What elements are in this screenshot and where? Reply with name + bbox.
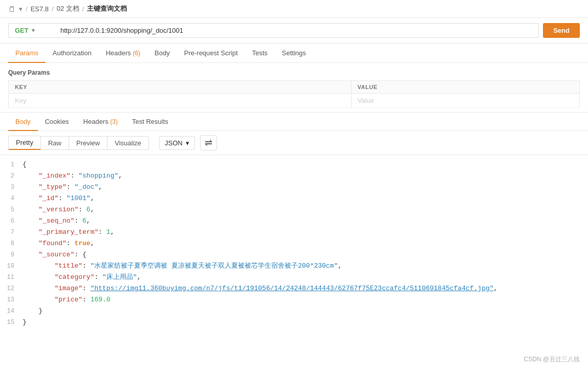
- res-tab-test-results[interactable]: Test Results: [125, 113, 176, 131]
- res-headers-badge: (3): [110, 118, 118, 125]
- method-chevron-icon: ▾: [32, 27, 35, 34]
- tab-authorization[interactable]: Authorization: [46, 44, 99, 63]
- request-tabs: Params Authorization Headers (6) Body Pr…: [0, 43, 588, 63]
- tab-tests[interactable]: Tests: [245, 44, 275, 63]
- res-tab-body[interactable]: Body: [8, 113, 38, 131]
- wrap-icon[interactable]: ⇌: [200, 135, 217, 150]
- format-chevron-icon: ▾: [186, 139, 189, 147]
- breadcrumb-sep2: /: [52, 5, 54, 13]
- method-label: GET: [15, 27, 29, 34]
- params-table: KEY VALUE Key Value: [8, 80, 580, 108]
- code-line-2: 2 "_index": "shopping",: [0, 170, 588, 182]
- query-params-section: Query Params KEY VALUE Key Value: [0, 63, 588, 108]
- tab-body[interactable]: Body: [147, 44, 177, 63]
- code-line-5: 5 "_version": 6,: [0, 204, 588, 215]
- send-button[interactable]: Send: [543, 23, 580, 38]
- code-line-3: 3 "_type": "_doc",: [0, 182, 588, 193]
- tab-params[interactable]: Params: [8, 44, 46, 63]
- tab-settings[interactable]: Settings: [275, 44, 313, 63]
- key-column-header: KEY: [9, 81, 352, 94]
- code-line-9: 9 "_source": {: [0, 249, 588, 260]
- format-label: JSON: [165, 139, 183, 147]
- preview-button[interactable]: Preview: [69, 136, 107, 150]
- value-column-header: VALUE: [351, 81, 579, 94]
- format-select[interactable]: JSON ▾: [159, 136, 195, 150]
- breadcrumb-bar: 🗒 ▾ / ES7.8 / 02 文档 / 主键查询文档: [0, 0, 588, 18]
- headers-badge: (6): [133, 50, 140, 57]
- code-line-8: 8 "found": true,: [0, 238, 588, 249]
- code-line-10: 10 "title": "水星家纺被子夏季空调被 夏凉被夏天被子双人夏被被芯学生…: [0, 260, 588, 272]
- value-input-placeholder[interactable]: Value: [351, 94, 579, 108]
- dropdown-arrow-icon[interactable]: ▾: [19, 5, 23, 13]
- breadcrumb-es: ES7.8: [31, 5, 49, 13]
- raw-button[interactable]: Raw: [40, 136, 69, 150]
- response-tabs: Body Cookies Headers (3) Test Results: [0, 112, 588, 131]
- key-input-placeholder[interactable]: Key: [9, 94, 352, 108]
- folder-icon: 🗒: [8, 5, 16, 13]
- body-toolbar: Pretty Raw Preview Visualize JSON ▾ ⇌: [0, 131, 588, 155]
- code-line-11: 11 "category": "床上用品",: [0, 272, 588, 283]
- breadcrumb-docs: 02 文档: [57, 4, 79, 13]
- code-line-15: 15 }: [0, 317, 588, 328]
- code-line-13: 13 "price": 169.0: [0, 294, 588, 306]
- method-select[interactable]: GET ▾: [8, 23, 54, 38]
- code-line-12: 12 "image": "https://img11.360buyimg.com…: [0, 283, 588, 294]
- code-line-14: 14 }: [0, 306, 588, 317]
- res-tab-headers[interactable]: Headers (3): [76, 113, 125, 131]
- url-input[interactable]: [54, 23, 539, 38]
- url-bar: GET ▾ Send: [0, 18, 588, 43]
- code-line-4: 4 "_id": "1001",: [0, 193, 588, 204]
- breadcrumb-separator: /: [26, 5, 28, 13]
- params-row-empty: Key Value: [9, 94, 580, 108]
- tab-headers[interactable]: Headers (6): [99, 44, 147, 63]
- breadcrumb-current: 主键查询文档: [87, 4, 127, 13]
- code-line-1: 1 {: [0, 159, 588, 170]
- tab-pre-request[interactable]: Pre-request Script: [177, 44, 245, 63]
- visualize-button[interactable]: Visualize: [107, 136, 149, 150]
- code-line-6: 6 "_seq_no": 6,: [0, 215, 588, 227]
- query-params-title: Query Params: [8, 69, 580, 76]
- response-body: 1 { 2 "_index": "shopping", 3 "_type": "…: [0, 155, 588, 332]
- breadcrumb-sep3: /: [82, 5, 84, 13]
- code-line-7: 7 "_primary_term": 1,: [0, 227, 588, 238]
- pretty-button[interactable]: Pretty: [8, 136, 40, 150]
- res-tab-cookies[interactable]: Cookies: [38, 113, 76, 131]
